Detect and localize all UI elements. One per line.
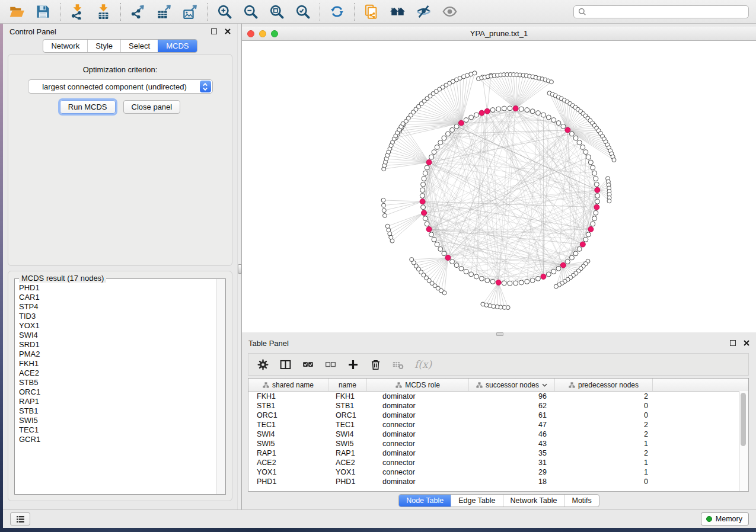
float-table-panel-icon[interactable] bbox=[730, 340, 736, 346]
zoom-selected-button[interactable] bbox=[292, 2, 314, 21]
table-toolbar: f(x) bbox=[248, 353, 749, 376]
tab-network[interactable]: Network bbox=[43, 40, 87, 52]
horizontal-splitter-handle[interactable] bbox=[496, 332, 503, 336]
export-network-button[interactable] bbox=[127, 2, 149, 21]
table-cell: RAP1 bbox=[248, 449, 328, 457]
tab-style[interactable]: Style bbox=[87, 40, 120, 52]
table-settings-gear-button[interactable] bbox=[257, 358, 269, 371]
close-panel-button[interactable]: Close panel bbox=[123, 100, 181, 114]
mcds-result-item[interactable]: STP4 bbox=[19, 302, 215, 312]
memory-label: Memory bbox=[716, 515, 742, 523]
table-cell: 2 bbox=[555, 430, 653, 438]
mcds-result-item[interactable]: ACE2 bbox=[19, 368, 215, 378]
save-session-button[interactable] bbox=[32, 2, 54, 21]
tab-mcds[interactable]: MCDS bbox=[158, 40, 196, 52]
zoom-in-button[interactable] bbox=[213, 2, 235, 21]
close-panel-icon[interactable] bbox=[225, 28, 231, 34]
mcds-result-item[interactable]: RAP1 bbox=[19, 397, 215, 406]
table-row[interactable]: STB1STB1dominator620 bbox=[248, 401, 748, 411]
mcds-result-item[interactable]: ORC1 bbox=[19, 387, 215, 397]
first-neighbors-button[interactable] bbox=[387, 2, 409, 21]
table-scrollbar-thumb[interactable] bbox=[741, 393, 746, 446]
close-window-icon[interactable] bbox=[247, 30, 254, 37]
list-icon bbox=[15, 515, 25, 524]
network-canvas[interactable] bbox=[242, 41, 756, 332]
refresh-layout-button[interactable] bbox=[326, 2, 348, 21]
column-header-predecessor-nodes[interactable]: predecessor nodes bbox=[555, 379, 653, 391]
mcds-result-item[interactable]: STB5 bbox=[19, 378, 215, 387]
optimization-criterion-select[interactable]: largest connected component (undirected) bbox=[28, 79, 213, 94]
deselect-all-rows-button[interactable] bbox=[324, 358, 337, 371]
table-row[interactable]: RAP1RAP1dominator352 bbox=[248, 448, 748, 458]
table-row[interactable]: FKH1FKH1dominator962 bbox=[248, 392, 748, 401]
memory-button[interactable]: Memory bbox=[701, 512, 749, 525]
search-input[interactable] bbox=[573, 5, 749, 18]
preview-eye-button[interactable] bbox=[439, 2, 461, 21]
table-tab-node-table[interactable]: Node Table bbox=[399, 495, 451, 507]
run-mcds-button[interactable]: Run MCDS bbox=[60, 100, 116, 114]
delete-column-button[interactable] bbox=[369, 358, 382, 371]
network-graph[interactable] bbox=[242, 41, 756, 332]
table-row[interactable]: ORC1ORC1dominator610 bbox=[248, 411, 748, 420]
zoom-out-button[interactable] bbox=[240, 2, 261, 21]
vertical-splitter-handle[interactable] bbox=[238, 264, 242, 274]
table-row[interactable]: YOX1YOX1connector291 bbox=[248, 467, 748, 477]
table-cell: 0 bbox=[555, 411, 653, 419]
mcds-result-item[interactable]: SWI4 bbox=[19, 331, 215, 340]
minimize-window-icon[interactable] bbox=[259, 30, 266, 37]
table-row[interactable]: SWI5SWI5connector431 bbox=[248, 439, 748, 448]
table-cell: 0 bbox=[555, 477, 653, 486]
mcds-result-item[interactable]: TID3 bbox=[19, 312, 215, 321]
column-header-shared-name[interactable]: shared name bbox=[248, 379, 328, 391]
mcds-result-item[interactable]: STB1 bbox=[19, 406, 215, 416]
select-all-rows-button[interactable] bbox=[302, 358, 314, 371]
mcds-result-item[interactable]: GCR1 bbox=[19, 435, 215, 444]
add-column-button[interactable] bbox=[347, 358, 359, 371]
column-header-name[interactable]: name bbox=[328, 379, 367, 391]
mcds-result-item[interactable]: FKH1 bbox=[19, 359, 215, 368]
vertical-splitter[interactable] bbox=[237, 24, 242, 509]
table-row[interactable]: ACE2ACE2connector311 bbox=[248, 458, 748, 467]
column-header-MCDS-role[interactable]: MCDS role bbox=[367, 379, 469, 391]
mcds-result-item[interactable]: SRD1 bbox=[19, 340, 215, 350]
mcds-result-item[interactable]: CAR1 bbox=[19, 293, 215, 302]
task-history-button[interactable] bbox=[10, 512, 30, 525]
table-cell: connector bbox=[367, 468, 469, 476]
close-table-panel-icon[interactable] bbox=[744, 340, 749, 346]
import-table-icon bbox=[95, 4, 111, 20]
float-panel-icon[interactable] bbox=[211, 28, 217, 34]
import-table-button[interactable] bbox=[92, 2, 114, 21]
mcds-result-item[interactable]: PMA2 bbox=[19, 350, 215, 359]
table-tab-motifs[interactable]: Motifs bbox=[564, 495, 598, 507]
save-session-icon bbox=[35, 4, 51, 20]
table-scrollbar[interactable] bbox=[739, 391, 748, 491]
table-row[interactable]: SWI4SWI4dominator462 bbox=[248, 430, 748, 439]
mcds-result-item[interactable]: TEC1 bbox=[19, 425, 215, 435]
import-network-button[interactable] bbox=[66, 2, 88, 21]
hide-visuals-button[interactable] bbox=[413, 2, 435, 21]
horizontal-splitter[interactable] bbox=[242, 332, 756, 335]
table-row[interactable]: TEC1TEC1connector472 bbox=[248, 420, 748, 430]
share-document-button[interactable] bbox=[361, 2, 382, 21]
column-header-label: MCDS role bbox=[405, 381, 440, 389]
mcds-result-item[interactable]: YOX1 bbox=[19, 321, 215, 331]
table-cell: connector bbox=[367, 459, 469, 467]
table-tab-edge-table[interactable]: Edge Table bbox=[451, 495, 502, 507]
open-file-button[interactable] bbox=[6, 2, 28, 21]
column-header-successor-nodes[interactable]: successor nodes bbox=[469, 379, 555, 391]
mcds-result-item[interactable]: PHD1 bbox=[19, 283, 215, 293]
control-panel-tabs: NetworkStyleSelectMCDS bbox=[3, 39, 237, 53]
export-image-button[interactable] bbox=[179, 2, 201, 21]
table-tab-network-table[interactable]: Network Table bbox=[503, 495, 564, 507]
tab-select[interactable]: Select bbox=[120, 40, 158, 52]
export-table-button[interactable] bbox=[153, 2, 175, 21]
deselect-all-rows-icon bbox=[324, 358, 337, 371]
table-row[interactable]: PHD1PHD1dominator180 bbox=[248, 477, 748, 486]
network-window-titlebar[interactable]: YPA_prune.txt_1 bbox=[242, 27, 756, 41]
mcds-result-item[interactable]: SWI5 bbox=[19, 416, 215, 425]
maximize-window-icon[interactable] bbox=[271, 30, 278, 37]
toggle-columns-button[interactable] bbox=[279, 358, 292, 371]
zoom-fit-button[interactable] bbox=[266, 2, 288, 21]
main-toolbar bbox=[0, 0, 756, 24]
mcds-list-scrollbar[interactable] bbox=[216, 279, 225, 494]
